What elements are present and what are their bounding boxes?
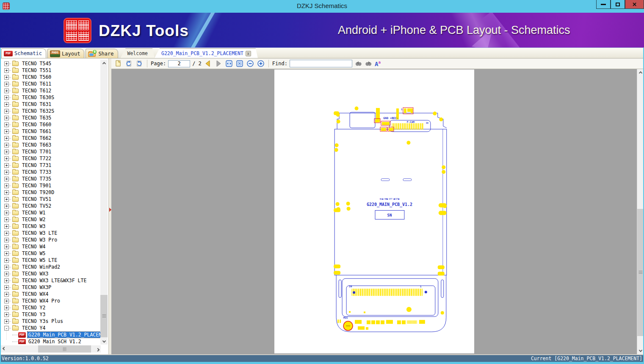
tree-item-label[interactable]: TECNO W4 [21, 244, 46, 250]
scroll-right-button[interactable] [94, 345, 101, 353]
scroll-left-button[interactable] [1, 345, 7, 353]
expand-icon[interactable]: + [4, 129, 9, 134]
tree-item-label[interactable]: TECNO WinPad2 [21, 264, 61, 270]
expand-icon[interactable]: + [4, 61, 9, 66]
expand-icon[interactable]: + [4, 319, 9, 324]
expand-icon[interactable]: + [4, 272, 9, 276]
expand-icon[interactable]: + [4, 75, 9, 80]
tree-vertical-scrollbar[interactable] [100, 60, 108, 345]
page-input[interactable] [168, 60, 190, 67]
tree-item-label[interactable]: TECNO T662 [21, 135, 52, 141]
tree-horizontal-scrollbar[interactable] [1, 345, 101, 353]
fit-width-button[interactable] [225, 60, 233, 67]
expand-icon[interactable]: + [4, 82, 9, 86]
tree-item-label[interactable]: TECNO T660 [21, 122, 52, 128]
expand-icon[interactable]: + [4, 265, 9, 270]
tree-item-label[interactable]: TECNO Y3 [21, 311, 46, 317]
expand-icon[interactable]: + [4, 116, 9, 120]
tab-share[interactable]: Share [86, 49, 118, 58]
expand-icon[interactable]: + [4, 150, 9, 154]
tree-item-label[interactable]: TECNO WX4 Pro [21, 298, 61, 304]
expand-icon[interactable]: + [4, 251, 9, 256]
tree-item-label[interactable]: TECNO T722 [21, 156, 52, 161]
copy-page-button[interactable] [114, 60, 122, 67]
tree-item-label[interactable]: TECNO W1 [21, 210, 46, 216]
tree-item-label[interactable]: TECNO Y3s Plus [21, 318, 64, 324]
tree-item-label-selected[interactable]: G220_Main_PCB_V1.2_PLACEMENT [28, 332, 100, 338]
find-previous-button[interactable] [354, 61, 362, 67]
tree-item-label[interactable]: TECNO T545 [21, 61, 52, 67]
expand-icon[interactable]: + [4, 143, 9, 147]
expand-icon[interactable]: + [4, 183, 9, 188]
tree-item-label[interactable]: TECNO WX3P [21, 284, 52, 290]
expand-icon[interactable]: + [4, 190, 9, 195]
expand-icon[interactable]: + [4, 89, 9, 93]
tree-item-label[interactable]: TECNO W3 Pro [21, 237, 58, 243]
expand-icon[interactable]: + [4, 95, 9, 100]
tree-item-label[interactable]: TECNO WX3 [21, 271, 49, 277]
tree-item-label[interactable]: TECNO Y2 [21, 305, 46, 311]
collapse-icon[interactable]: - [4, 326, 9, 331]
expand-icon[interactable]: + [4, 136, 9, 141]
expand-icon[interactable]: + [4, 211, 9, 215]
expand-icon[interactable]: + [4, 109, 9, 114]
maximize-button[interactable] [611, 0, 625, 9]
tree-item-label[interactable]: TECNO W5 [21, 250, 46, 256]
tree-item-label[interactable]: TECNO T663 [21, 142, 52, 148]
expand-icon[interactable]: + [4, 245, 9, 249]
expand-icon[interactable]: + [4, 258, 9, 263]
expand-icon[interactable]: + [4, 285, 9, 290]
doctab-welcome[interactable]: Welcome [121, 48, 155, 58]
tree-item-label[interactable]: TECNO T612 [21, 88, 52, 94]
doctab-close-icon[interactable]: x [246, 51, 251, 56]
panel-splitter[interactable] [108, 58, 111, 354]
tree-item-label[interactable]: TECNO T631 [21, 101, 52, 107]
expand-icon[interactable]: + [4, 299, 9, 303]
tree-item-label[interactable]: TECNO T920D [21, 189, 55, 195]
font-size-icon[interactable]: Aa [375, 61, 381, 67]
zoom-out-button[interactable] [246, 60, 254, 67]
zoom-in-button[interactable] [257, 60, 265, 67]
scroll-up-button[interactable] [100, 60, 108, 66]
tree-item-label[interactable]: TECNO T661 [21, 128, 52, 134]
previous-page-button[interactable] [204, 60, 212, 67]
expand-icon[interactable]: + [4, 68, 9, 73]
scroll-thumb[interactable] [38, 345, 91, 353]
tree-item-label[interactable]: TECNO WX4 [21, 291, 49, 297]
tree-item-label[interactable]: TECNO W3 [21, 223, 46, 229]
tree-item-label[interactable]: TECNO TV52 [21, 203, 52, 209]
expand-icon[interactable]: + [4, 312, 9, 317]
tree-item-label[interactable]: TECNO W5 LTE [21, 257, 58, 263]
find-input[interactable] [290, 60, 352, 67]
next-page-button[interactable] [214, 60, 223, 67]
tab-layout[interactable]: PADS Layout [47, 49, 84, 58]
expand-icon[interactable]: + [4, 292, 9, 297]
expand-icon[interactable]: + [4, 204, 9, 208]
minimize-button[interactable] [596, 0, 611, 9]
tree-item-label[interactable]: TECNO W2 [21, 217, 46, 222]
tree-item-label[interactable]: G220_Main_SCH_V1.2 [28, 339, 82, 344]
rotate-right-button[interactable] [135, 60, 144, 67]
close-button[interactable]: ✕ [625, 0, 644, 9]
expand-icon[interactable]: + [4, 238, 9, 242]
fit-page-button[interactable] [235, 60, 244, 67]
tree-item-label[interactable]: TECNO T635 [21, 115, 52, 121]
expand-icon[interactable]: + [4, 197, 9, 202]
tree-item-label[interactable]: TECNO T611 [21, 81, 52, 87]
expand-icon[interactable]: + [4, 177, 9, 181]
tree-item-label[interactable]: TECNO W3 LTE [21, 230, 58, 236]
expand-icon[interactable]: + [4, 278, 9, 283]
expand-icon[interactable]: + [4, 306, 9, 310]
tree-item-label[interactable]: TECNO T551 [21, 67, 52, 73]
expand-icon[interactable]: + [4, 156, 9, 161]
splitter-collapse-icon[interactable] [109, 208, 111, 212]
tree-item-label[interactable]: TECNO T630S [21, 94, 55, 100]
tree-item-label[interactable]: TECNO T733 [21, 169, 52, 175]
expand-icon[interactable]: + [4, 102, 9, 107]
expand-icon[interactable]: + [4, 170, 9, 175]
tree-item-label[interactable]: TECNO T735 [21, 176, 52, 182]
tree-item-label[interactable]: TECNO T701 [21, 149, 52, 155]
scroll-down-button[interactable] [100, 338, 108, 345]
tree-item-label[interactable]: TECNO T901 [21, 183, 52, 189]
find-next-button[interactable] [365, 61, 373, 67]
